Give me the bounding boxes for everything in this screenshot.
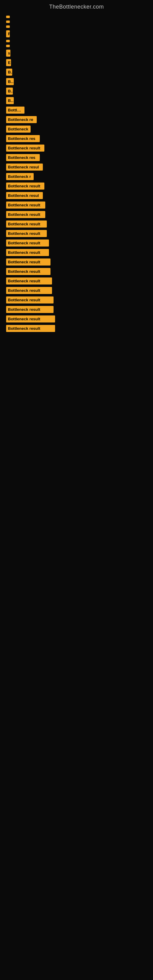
bar-label: Bottleneck result bbox=[6, 211, 45, 218]
bar-label: Bottleneck result bbox=[6, 145, 45, 151]
bar-label: Bottleneck bbox=[6, 126, 30, 133]
bar-label: Bottleneck result bbox=[6, 202, 45, 208]
bar-label: Bottleneck result bbox=[6, 296, 54, 304]
bar-row: Bottleneck result bbox=[6, 230, 147, 237]
bar-row: Bottleneck resul bbox=[6, 192, 147, 199]
bar-label: Bo bbox=[6, 88, 13, 95]
bar-row: Bottleneck result bbox=[6, 287, 147, 294]
bar-row: Bottleneck result bbox=[6, 306, 147, 313]
bar-label: Bot bbox=[6, 97, 14, 104]
bar-label bbox=[6, 40, 10, 42]
bar-label: E bbox=[6, 59, 11, 66]
bar-row: Bottleneck result bbox=[6, 325, 147, 332]
bar-label: Bottleneck result bbox=[6, 230, 47, 237]
bar-label: Bot bbox=[6, 78, 14, 85]
bar-label: R bbox=[6, 30, 10, 37]
bar-label: Bottleneck result bbox=[6, 277, 52, 285]
bar-row: Bottleneck result bbox=[6, 249, 147, 256]
bar-row: Bot bbox=[6, 78, 147, 85]
bar-label bbox=[6, 21, 10, 23]
bar-row: Bottleneck result bbox=[6, 145, 147, 151]
bar-row: Bottleneck bbox=[6, 126, 147, 133]
bar-row: Bottleneck res bbox=[6, 135, 147, 142]
bar-row bbox=[6, 45, 147, 47]
bar-row: Bottleneck result bbox=[6, 240, 147, 247]
bar-label: Bo bbox=[6, 68, 12, 76]
bar-row: Bottleneck res bbox=[6, 154, 147, 161]
bars-container: RsEBoBotBoBotBottleneBottleneck reBottle… bbox=[0, 13, 153, 334]
bar-row: Bottleneck result bbox=[6, 258, 147, 266]
bar-row: Bottleneck r bbox=[6, 173, 147, 180]
bar-row: s bbox=[6, 49, 147, 57]
bar-label: Bottleneck re bbox=[6, 116, 37, 123]
bar-row bbox=[6, 21, 147, 23]
bar-row: Bottleneck resul bbox=[6, 164, 147, 170]
bar-label: Bottlene bbox=[6, 107, 24, 114]
bar-label: Bottleneck res bbox=[6, 154, 40, 161]
bar-row bbox=[6, 16, 147, 18]
bar-label bbox=[6, 25, 10, 28]
bar-row: Bottleneck result bbox=[6, 277, 147, 285]
bar-row: Bottleneck result bbox=[6, 211, 147, 218]
bar-row: Bot bbox=[6, 97, 147, 104]
bar-row: Bottleneck result bbox=[6, 296, 147, 304]
bar-row: R bbox=[6, 30, 147, 37]
bar-label: Bottleneck result bbox=[6, 287, 52, 294]
bar-label: Bottleneck resul bbox=[6, 164, 43, 170]
bar-row: Bottleneck result bbox=[6, 268, 147, 275]
bar-row: Bottleneck result bbox=[6, 183, 147, 189]
bar-label: Bottleneck result bbox=[6, 240, 49, 247]
bar-label: Bottleneck resul bbox=[6, 192, 43, 199]
bar-row: Bo bbox=[6, 88, 147, 95]
bar-label: Bottleneck result bbox=[6, 306, 54, 313]
bar-label: Bottleneck result bbox=[6, 183, 45, 189]
bar-row: Bottlene bbox=[6, 107, 147, 114]
bar-label: Bottleneck result bbox=[6, 268, 51, 275]
bar-label: Bottleneck result bbox=[6, 325, 55, 332]
bar-row: Bo bbox=[6, 68, 147, 76]
bar-label: Bottleneck result bbox=[6, 249, 49, 256]
bar-row: Bottleneck result bbox=[6, 202, 147, 208]
bar-label: Bottleneck result bbox=[6, 258, 51, 266]
bar-row: E bbox=[6, 59, 147, 66]
bar-row: Bottleneck result bbox=[6, 221, 147, 228]
bar-label: s bbox=[6, 49, 10, 57]
bar-label bbox=[6, 16, 10, 18]
bar-row bbox=[6, 40, 147, 42]
bar-label: Bottleneck r bbox=[6, 173, 33, 180]
bar-row: Bottleneck result bbox=[6, 315, 147, 323]
bar-label: Bottleneck res bbox=[6, 135, 40, 142]
bar-label: Bottleneck result bbox=[6, 315, 55, 323]
site-title: TheBottlenecker.com bbox=[0, 0, 153, 13]
bar-row bbox=[6, 25, 147, 28]
bar-row: Bottleneck re bbox=[6, 116, 147, 123]
bar-label: Bottleneck result bbox=[6, 221, 47, 228]
bar-label bbox=[6, 45, 10, 47]
